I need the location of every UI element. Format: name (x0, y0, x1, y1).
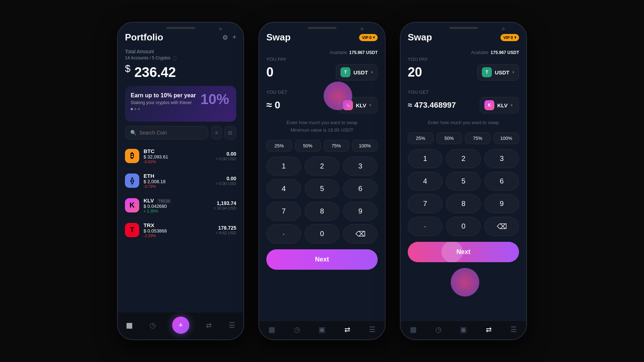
coin-row-trx[interactable]: T TRX $ 0.053868 -2.29% 178.725 = 9.62 U… (125, 218, 236, 243)
klv-usd: = 50.94 USD (214, 206, 236, 210)
get-section-2: YOU GET ≈ 0 K KLV ▾ (266, 89, 378, 113)
nav-swap-btn-3[interactable]: ⇄ (486, 325, 492, 334)
klv-token-icon-3: K (484, 100, 494, 110)
list-view-button[interactable]: ≡ (211, 126, 222, 140)
get-label-2: YOU GET (266, 89, 378, 95)
num-6-btn-3[interactable]: 6 (484, 172, 519, 191)
nav-history-btn-2[interactable]: ◷ (294, 325, 300, 334)
pct-75-btn-2[interactable]: 75% (324, 140, 349, 152)
klv-change: + 1.35% (144, 209, 209, 213)
num-1-btn-2[interactable]: 1 (266, 157, 301, 176)
num-5-btn-2[interactable]: 5 (305, 179, 339, 198)
trx-usd: = 9.62 USD (216, 231, 236, 235)
nav-wallet-btn-3[interactable]: ▣ (460, 325, 467, 334)
nav-menu-btn-3[interactable]: ☰ (510, 325, 517, 334)
num-backspace-btn-2[interactable]: ⌫ (343, 224, 378, 244)
pay-section-2: Available 175.967 USDT YOU PAY 0 T USDT … (266, 50, 378, 80)
dot-2 (134, 108, 136, 110)
pct-75-btn-3[interactable]: 75% (465, 132, 491, 144)
vip-badge-2[interactable]: VIP 0 (359, 34, 378, 41)
pay-token-selector-2[interactable]: T USDT ▾ (336, 64, 378, 80)
hide-balance-icon[interactable]: ◌ (173, 55, 177, 61)
get-token-selector-2[interactable]: K KLV ▾ (338, 97, 378, 113)
klv-name: KLV TRC20 (144, 197, 209, 204)
btc-change: -0.92% (144, 160, 212, 164)
nav-wallet-btn-2[interactable]: ▣ (319, 325, 325, 334)
num-backspace-btn-3[interactable]: ⌫ (484, 217, 519, 236)
nav-menu-btn-2[interactable]: ☰ (369, 325, 376, 334)
nav-portfolio-btn-3[interactable]: ▦ (410, 325, 417, 334)
nav-swap-btn-2[interactable]: ⇄ (344, 325, 350, 334)
klv-balance: 1,193.74 = 50.94 USD (214, 200, 236, 210)
status-notch-2 (308, 27, 336, 29)
num-3-btn-3[interactable]: 3 (484, 149, 519, 168)
earn-banner[interactable]: Earn up to 10% per year Staking your cry… (125, 86, 236, 122)
pay-amount-2: 0 (266, 65, 273, 80)
get-section-3: YOU GET ≈ 473.468997 K KLV ▾ (408, 89, 519, 113)
nav-portfolio-btn[interactable]: ▦ (126, 321, 133, 329)
pct-50-btn-2[interactable]: 50% (295, 140, 321, 152)
coin-row-eth[interactable]: ⟠ ETH $ 2,008.18 -0.79% 0.00 = 0.00 USD (125, 168, 236, 193)
klv-tag: TRC20 (157, 199, 172, 204)
num-9-btn-3[interactable]: 9 (484, 194, 519, 213)
coin-row-klv[interactable]: K KLV TRC20 $ 0.042680 + 1.35% 1,193.74 … (125, 193, 236, 218)
num-1-btn-3[interactable]: 1 (408, 149, 442, 168)
pct-25-btn-2[interactable]: 25% (266, 140, 292, 152)
search-bar: 🔍 ≡ ⊟ (125, 126, 236, 140)
num-2-btn-2[interactable]: 2 (305, 157, 339, 176)
num-7-btn-3[interactable]: 7 (408, 194, 442, 213)
dot-1 (131, 108, 133, 110)
next-btn-3[interactable]: Next (408, 242, 519, 262)
get-amount-3: ≈ 473.468997 (408, 101, 456, 110)
add-button[interactable]: + (232, 34, 236, 41)
status-bar-2 (259, 23, 385, 32)
pay-amount-3: 20 (408, 65, 422, 80)
trx-icon: T (125, 223, 139, 237)
vip-badge-3[interactable]: VIP 0 (500, 34, 519, 41)
status-dot-3 (502, 28, 505, 30)
numpad-2: 1 2 3 4 5 6 7 8 9 · 0 ⌫ (266, 157, 378, 244)
filter-button[interactable]: ⊟ (224, 126, 236, 140)
get-token-selector-3[interactable]: K KLV ▾ (480, 97, 519, 113)
settings-button[interactable]: ⚙ (222, 34, 228, 41)
num-2-btn-3[interactable]: 2 (446, 149, 481, 168)
num-7-btn-2[interactable]: 7 (266, 202, 301, 221)
num-3-btn-2[interactable]: 3 (343, 157, 378, 176)
available-row-2: Available 175.967 USDT (266, 50, 378, 55)
nav-portfolio-btn-2[interactable]: ▦ (268, 325, 275, 334)
nav-menu-btn-1[interactable]: ☰ (229, 321, 235, 329)
num-4-btn-3[interactable]: 4 (408, 172, 442, 191)
num-8-btn-2[interactable]: 8 (305, 202, 339, 221)
nav-history-btn[interactable]: ◷ (150, 321, 156, 329)
status-dot-1 (219, 28, 222, 30)
search-input-wrap[interactable]: 🔍 (125, 126, 208, 140)
pct-50-btn-3[interactable]: 50% (436, 132, 462, 144)
nav-history-btn-3[interactable]: ◷ (435, 325, 441, 334)
divider-2 (266, 86, 378, 87)
pct-100-btn-2[interactable]: 100% (352, 140, 378, 152)
num-5-btn-3[interactable]: 5 (446, 172, 481, 191)
pct-25-btn-3[interactable]: 25% (408, 132, 434, 144)
phone-swap-empty: Swap VIP 0 Available 175.967 USDT YOU PA… (258, 22, 386, 340)
nav-center-btn[interactable]: + (172, 317, 189, 334)
num-4-btn-2[interactable]: 4 (266, 179, 301, 198)
eth-name: ETH (144, 173, 212, 179)
search-input[interactable] (139, 130, 203, 136)
num-0-btn-3[interactable]: 0 (446, 217, 481, 236)
pct-100-btn-3[interactable]: 100% (493, 132, 519, 144)
coin-row-btc[interactable]: ₿ BTC $ 32,093.61 -0.92% 0.00 = 0.00 USD (125, 144, 236, 168)
total-label: Total Amount (125, 49, 236, 54)
klv-token-icon-2: K (343, 100, 353, 110)
eth-balance: 0.00 = 0.00 USD (216, 176, 236, 186)
num-dot-btn-3[interactable]: · (408, 217, 442, 236)
pay-label-2: YOU PAY (266, 57, 378, 62)
dot-3 (138, 108, 140, 110)
pay-token-selector-3[interactable]: T USDT ▾ (477, 64, 519, 80)
num-6-btn-2[interactable]: 6 (343, 179, 378, 198)
nav-swap-btn-1[interactable]: ⇄ (206, 321, 212, 329)
num-dot-btn-2[interactable]: · (266, 224, 301, 244)
num-8-btn-3[interactable]: 8 (446, 194, 481, 213)
num-9-btn-2[interactable]: 9 (343, 202, 378, 221)
next-btn-2[interactable]: Next (266, 249, 378, 270)
num-0-btn-2[interactable]: 0 (305, 224, 339, 244)
